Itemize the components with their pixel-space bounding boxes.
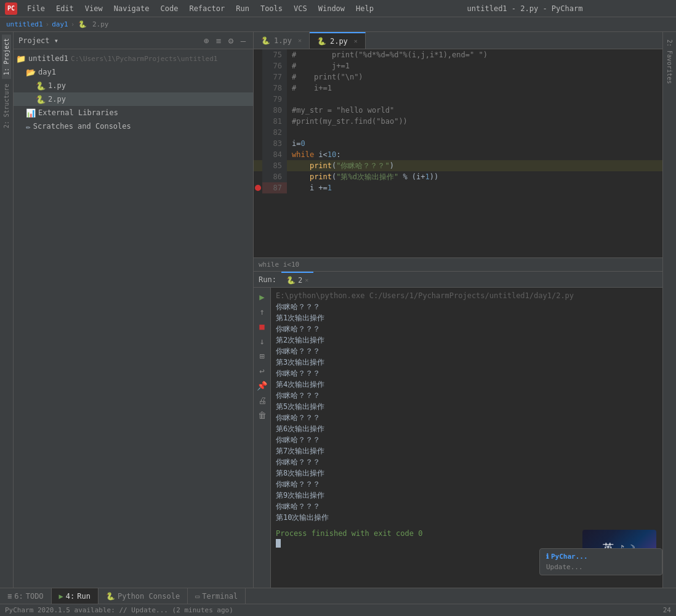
run-command-line: E:\python\python.exe C:/Users/1/PycharmP… <box>276 290 658 301</box>
tab-1py[interactable]: 🐍 1.py ✕ <box>254 32 310 49</box>
bp-79[interactable] <box>254 94 262 105</box>
bp-78[interactable] <box>254 83 262 94</box>
todo-tab-num: 6: <box>14 592 23 601</box>
code-line-81: 81 #print(my_str.find("bao")) <box>254 116 662 127</box>
menu-tools[interactable]: Tools <box>256 3 288 14</box>
tab-label-2py: 2.py <box>330 37 348 46</box>
line-num-85: 85 <box>262 160 287 171</box>
tab-icon-1py: 🐍 <box>261 36 270 45</box>
statusbar-update-msg[interactable]: PyCharm 2020.1.5 available: // Update...… <box>5 606 233 614</box>
line-content-79 <box>287 94 662 105</box>
sidebar-hide-btn[interactable]: — <box>238 36 248 46</box>
output-line-20: 第10次输出操作 <box>276 512 658 523</box>
line-num-76: 76 <box>262 60 287 71</box>
line-content-85: print("你眯哈？？？") <box>287 160 662 171</box>
sidebar-settings-btn[interactable]: ⚙ <box>226 36 236 46</box>
editor-area: 🐍 1.py ✕ 🐍 2.py ✕ 75 # print("%d*%d=%d"%… <box>254 32 662 604</box>
run-wrap-btn[interactable]: ↩ <box>256 364 269 378</box>
tab-icon-2py: 🐍 <box>317 37 326 46</box>
breadcrumb-sep2: › <box>71 20 75 28</box>
code-line-75: 75 # print("%d*%d=%d"%(i,j,i*1),end=" ") <box>254 49 662 60</box>
tree-item-untitled1[interactable]: 📁 untitled1 C:\Users\1\PycharmProjects\u… <box>14 52 253 65</box>
sidebar-tab-structure[interactable]: 2: Structure <box>2 80 11 132</box>
titlebar: PC File Edit View Navigate Code Refactor… <box>0 0 676 17</box>
tree-item-day1[interactable]: 📂 day1 <box>14 65 253 79</box>
sidebar-tab-project[interactable]: 1: Project <box>2 34 11 79</box>
run-play-btn[interactable]: ▶ <box>256 290 269 304</box>
menu-navigate[interactable]: Navigate <box>109 3 155 14</box>
tree-item-1py[interactable]: 🐍 1.py <box>14 79 253 92</box>
sidebar-title: Project ▾ <box>18 36 201 45</box>
menu-refactor[interactable]: Refactor <box>184 3 230 14</box>
editor-breadcrumb-text: while i<10 <box>259 261 299 269</box>
tree-item-ext-libs[interactable]: 📊 External Libraries <box>14 106 253 120</box>
favorites-tab[interactable]: 2: Favorites <box>665 34 674 89</box>
run-stop-btn[interactable]: ■ <box>256 320 269 333</box>
tree-label-untitled1: untitled1 <box>28 54 68 63</box>
line-content-83: i=0 <box>287 138 662 149</box>
code-editor[interactable]: 75 # print("%d*%d=%d"%(i,j,i*1),end=" ")… <box>254 49 662 257</box>
python-console-icon: 🐍 <box>106 592 115 601</box>
menu-bar[interactable]: File Edit View Navigate Code Refactor Ru… <box>22 3 379 14</box>
bp-82[interactable] <box>254 127 262 138</box>
menu-file[interactable]: File <box>22 3 50 14</box>
tree-label-scratches: Scratches and Consoles <box>33 122 131 131</box>
bottom-tab-todo[interactable]: ≡ 6: TODO <box>0 588 52 604</box>
statusbar-right: 24 <box>663 606 671 614</box>
run-pin-btn[interactable]: 📌 <box>256 379 269 392</box>
menu-edit[interactable]: Edit <box>51 3 79 14</box>
run-trash-btn[interactable]: 🗑 <box>256 408 269 422</box>
tab-2py[interactable]: 🐍 2.py ✕ <box>310 32 366 49</box>
bp-81[interactable] <box>254 116 262 127</box>
editor-breadcrumb: while i<10 <box>254 257 662 271</box>
run-print-btn[interactable]: 🖨 <box>256 394 269 407</box>
breadcrumb-part3[interactable]: 🐍 2.py <box>77 20 108 28</box>
breadcrumb-part1[interactable]: untitled1 <box>6 20 43 28</box>
bp-75[interactable] <box>254 49 262 60</box>
bp-86[interactable] <box>254 171 262 182</box>
menu-view[interactable]: View <box>80 3 108 14</box>
bp-76[interactable] <box>254 60 262 71</box>
tree-item-scratches[interactable]: ✏ Scratches and Consoles <box>14 120 253 133</box>
run-down-btn[interactable]: ↓ <box>256 334 269 348</box>
output-line-18: 第9次输出操作 <box>276 490 658 501</box>
popup-title-text: PyChar... <box>551 553 588 561</box>
run-up-btn[interactable]: ↑ <box>256 305 269 318</box>
sidebar-add-btn[interactable]: ⊕ <box>201 36 211 46</box>
bottom-tab-python-console[interactable]: 🐍 Python Console <box>99 588 188 604</box>
bottom-tab-run[interactable]: ▶ 4: Run <box>52 588 99 604</box>
tab-close-2py[interactable]: ✕ <box>354 38 358 44</box>
statusbar-update-text: PyCharm 2020.1.5 available: // Update...… <box>5 606 233 614</box>
run-tab-close[interactable]: ✕ <box>305 277 308 283</box>
menu-code[interactable]: Code <box>156 3 183 14</box>
line-num-79: 79 <box>262 94 287 105</box>
bottom-tab-terminal[interactable]: ▭ Terminal <box>188 588 246 604</box>
tree-item-2py[interactable]: 🐍 2.py <box>14 92 253 106</box>
pycharm-update-popup[interactable]: ℹ PyChar... Update... <box>539 548 662 575</box>
line-content-82 <box>287 127 662 138</box>
left-side-tabs: 1: Project 2: Structure <box>0 32 14 604</box>
bp-80[interactable] <box>254 105 262 116</box>
output-line-12: 第6次输出操作 <box>276 423 658 434</box>
run-tab-2[interactable]: 🐍 2 ✕ <box>281 272 313 287</box>
line-num-87: 87 <box>262 182 287 193</box>
sidebar-filter-btn[interactable]: ≡ <box>214 36 223 46</box>
run-layout-btn[interactable]: ⊞ <box>256 349 269 363</box>
bp-83[interactable] <box>254 138 262 149</box>
breadcrumb-part2[interactable]: day1 <box>52 20 68 28</box>
line-num-78: 78 <box>262 83 287 94</box>
bp-84[interactable] <box>254 149 262 160</box>
code-line-84: 84 while i<10: <box>254 149 662 160</box>
menu-run[interactable]: Run <box>231 3 254 14</box>
bp-85[interactable] <box>254 160 262 171</box>
popup-title: ℹ PyChar... <box>546 553 656 561</box>
output-line-2: 第1次输出操作 <box>276 312 658 323</box>
menu-vcs[interactable]: VCS <box>289 3 312 14</box>
tab-close-1py[interactable]: ✕ <box>298 37 302 44</box>
bp-87[interactable] <box>254 182 262 193</box>
cursor-blink <box>276 539 281 548</box>
app-logo: PC <box>5 2 17 15</box>
menu-window[interactable]: Window <box>313 3 350 14</box>
menu-help[interactable]: Help <box>351 3 379 14</box>
bp-77[interactable] <box>254 71 262 83</box>
